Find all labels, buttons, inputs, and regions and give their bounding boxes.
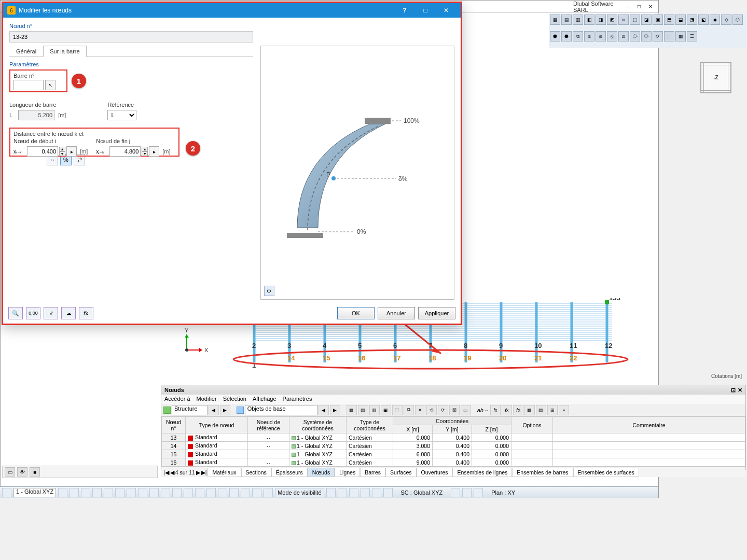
sb-icon[interactable]: [229, 488, 239, 497]
ok-button[interactable]: OK: [337, 307, 375, 319]
sb-icon[interactable]: [184, 488, 193, 497]
sb-icon[interactable]: [92, 488, 102, 497]
col-noeud[interactable]: Nœud n°: [162, 417, 186, 433]
toolbar-icon[interactable]: ⬚: [630, 15, 640, 25]
formula-icon[interactable]: fẋ: [79, 307, 93, 319]
nav-next-icon[interactable]: ▶: [220, 405, 230, 415]
sb-icon[interactable]: [104, 488, 113, 497]
spin-up-icon[interactable]: ▲: [59, 147, 65, 151]
sb-icon[interactable]: [372, 488, 381, 497]
toolbar-icon[interactable]: ▣: [653, 15, 663, 25]
xik-input[interactable]: [27, 146, 58, 157]
sb-icon[interactable]: [252, 488, 261, 497]
view-orientation-cube[interactable]: -Z: [700, 62, 731, 93]
bottom-tab[interactable]: Épaisseurs: [271, 468, 308, 477]
col-y[interactable]: Y [m]: [433, 425, 472, 433]
toolbar-icon[interactable]: ⬣: [561, 31, 572, 41]
toolbar-icon[interactable]: ⧄: [618, 31, 629, 41]
spin-down-icon[interactable]: ▼: [59, 151, 65, 156]
tb-icon[interactable]: ⟲: [426, 405, 437, 415]
sb-icon[interactable]: [264, 488, 273, 497]
member-icon[interactable]: ⫽: [44, 307, 58, 319]
toolbar-icon[interactable]: ▦: [675, 31, 686, 41]
apply-button[interactable]: Appliquer: [418, 307, 455, 319]
sb-icon[interactable]: [195, 488, 204, 497]
toolbar-icon[interactable]: ▦: [550, 15, 560, 25]
step-right-icon[interactable]: ▸: [149, 146, 159, 157]
toolbar-icon[interactable]: ⬒: [664, 15, 674, 25]
bottom-tab[interactable]: Surfaces: [385, 468, 416, 477]
sb-icon[interactable]: [58, 488, 67, 497]
table-row[interactable]: 14Standard--1 - Global XYZCartésien3.000…: [162, 442, 745, 450]
menu-affichage[interactable]: Affichage: [253, 396, 276, 403]
toolbar-icon[interactable]: ⟳: [653, 31, 663, 41]
camera-icon[interactable]: ■: [30, 467, 40, 477]
nav-next2-icon[interactable]: ▶: [330, 405, 340, 415]
tb-icon[interactable]: ▦: [524, 405, 535, 415]
toolbar-icon[interactable]: ▥: [573, 15, 583, 25]
preview-settings-icon[interactable]: ⚙: [264, 286, 274, 296]
toolbar-icon[interactable]: ⬡: [732, 15, 743, 25]
sb-icon[interactable]: [70, 488, 79, 497]
help-icon[interactable]: ?: [394, 4, 415, 17]
bottom-tab[interactable]: Ensembles de lignes: [452, 468, 512, 477]
spin-up-icon[interactable]: ▲: [142, 147, 148, 151]
col-ref[interactable]: Noeud de référence: [248, 417, 289, 433]
sb-icon[interactable]: [138, 488, 147, 497]
spin-down-icon[interactable]: ▼: [142, 151, 148, 156]
sb-icon[interactable]: [127, 488, 136, 497]
nav-first-icon[interactable]: |◀: [163, 469, 169, 475]
bottom-tab[interactable]: Sections: [241, 468, 271, 477]
toolbar-icon[interactable]: ☰: [687, 31, 697, 41]
nav-next-icon[interactable]: ▶: [196, 469, 200, 475]
col-opt[interactable]: Options: [511, 417, 553, 433]
sb-icon[interactable]: [172, 488, 182, 497]
col-comm[interactable]: Commentaire: [553, 417, 745, 433]
menu-acceder[interactable]: Accéder à: [164, 396, 190, 403]
sb-icon[interactable]: [115, 488, 125, 497]
table-row[interactable]: 13Standard--1 - Global XYZCartésien0.000…: [162, 433, 745, 442]
col-type[interactable]: Type de nœud: [186, 417, 248, 433]
tb-icon[interactable]: ⬚: [392, 405, 403, 415]
toolbar-icon[interactable]: ◪: [641, 15, 652, 25]
bottom-tab[interactable]: Ensembles de surfaces: [573, 468, 639, 477]
sb-icon[interactable]: [161, 488, 170, 497]
bottom-tab[interactable]: Ensembles de barres: [512, 468, 573, 477]
barre-no-input[interactable]: [13, 80, 44, 90]
bottom-tab[interactable]: Nœuds: [308, 468, 335, 477]
more-icon[interactable]: »: [559, 405, 569, 415]
tb-icon[interactable]: ▥: [369, 405, 380, 415]
toolbar-icon[interactable]: ⧂: [641, 31, 652, 41]
nav-prev-icon[interactable]: ◀: [170, 469, 174, 475]
menu-parametres[interactable]: Paramètres: [283, 396, 312, 403]
bottom-tab[interactable]: Barres: [360, 468, 385, 477]
tab-general[interactable]: Général: [9, 46, 43, 57]
step-right-icon[interactable]: ▸: [66, 146, 77, 157]
col-sys[interactable]: Système de coordonnées: [289, 417, 347, 433]
close-icon[interactable]: ✕: [738, 387, 742, 394]
sb-icon[interactable]: [149, 488, 159, 497]
bottom-tab[interactable]: Lignes: [335, 468, 360, 477]
sb-icon[interactable]: [451, 488, 460, 497]
eye-icon[interactable]: 👁: [17, 467, 27, 477]
col-x[interactable]: X [m]: [393, 425, 433, 433]
menu-modifier[interactable]: Modifier: [197, 396, 217, 403]
menu-selection[interactable]: Sélection: [223, 396, 246, 403]
fx-all-icon[interactable]: fẋ: [513, 405, 523, 415]
tb-icon[interactable]: ⟳: [438, 405, 448, 415]
sb-icon[interactable]: [474, 488, 483, 497]
sb-icon[interactable]: [206, 488, 216, 497]
sb-icon[interactable]: [349, 488, 358, 497]
table-row[interactable]: 16Standard--1 - Global XYZCartésien9.000…: [162, 458, 745, 467]
fx-icon[interactable]: fx: [490, 405, 501, 415]
sb-icon[interactable]: [2, 488, 11, 497]
toolbar-icon[interactable]: ◆: [710, 15, 720, 25]
tb-icon[interactable]: ⊞: [547, 405, 558, 415]
toolbar-icon[interactable]: ⬔: [687, 15, 697, 25]
maximize-icon[interactable]: □: [415, 4, 436, 17]
toolbar-icon[interactable]: ◧: [584, 15, 594, 25]
tb-icon[interactable]: ▤: [536, 405, 546, 415]
nav-last-icon[interactable]: ▶|: [201, 469, 207, 475]
toolbar-icon[interactable]: ⧉: [573, 31, 583, 41]
maximize-icon[interactable]: □: [633, 2, 645, 11]
